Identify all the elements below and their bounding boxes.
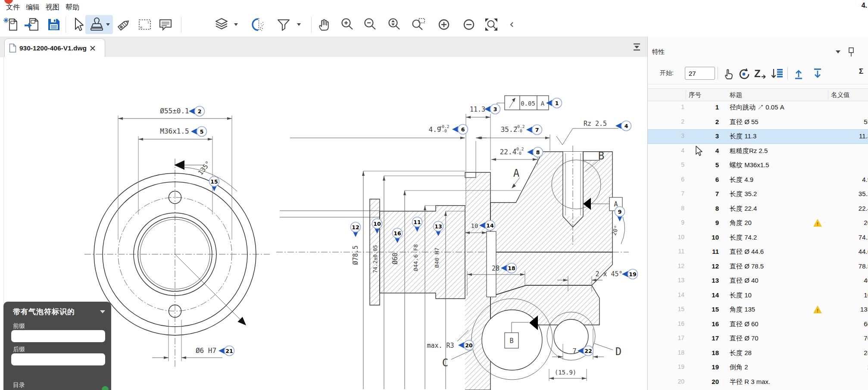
pan-button[interactable] — [315, 15, 334, 34]
col-seq[interactable]: 序号 — [689, 91, 701, 99]
balloon-4[interactable]: 4 — [615, 121, 631, 131]
property-row-13[interactable]: 1313直径 Ø 4040 — [648, 274, 868, 288]
dim-text[interactable]: A — [513, 167, 520, 179]
dim-text[interactable]: A — [541, 100, 545, 107]
zoom-extents-button[interactable] — [482, 15, 501, 34]
balloon-15[interactable]: 15 — [209, 177, 219, 192]
z-order-icon[interactable]: Z — [753, 67, 768, 81]
chevron-down-icon[interactable] — [106, 23, 110, 26]
dim-text[interactable]: (15.9) — [555, 369, 577, 376]
balloon-9[interactable]: 9 — [615, 207, 625, 222]
filter-button[interactable] — [274, 15, 293, 34]
dim-text[interactable]: D — [615, 346, 621, 358]
comment-button[interactable] — [156, 15, 175, 34]
sort-list-icon[interactable] — [770, 67, 784, 81]
zoom-window-button[interactable] — [409, 15, 428, 34]
property-row-17[interactable]: 1717直径 Ø 7070 — [648, 331, 868, 346]
zoom-dynamic-button[interactable] — [385, 15, 404, 34]
collapse-toolbar-button[interactable] — [508, 15, 515, 34]
toggle-indicator[interactable] — [102, 386, 109, 390]
layers-dropdown[interactable] — [233, 15, 239, 34]
menu-edit[interactable]: 编辑 — [26, 3, 40, 12]
open-document-button[interactable] — [23, 15, 42, 34]
dim-text[interactable]: B — [509, 337, 513, 345]
tag-button[interactable] — [115, 15, 134, 34]
dim-text[interactable]: 10 — [471, 222, 478, 229]
property-row-14[interactable]: 1414长度 1010 — [648, 288, 868, 303]
dim-text[interactable]: Ø60 — [391, 253, 399, 264]
balloon-2[interactable]: 2 — [189, 106, 205, 116]
property-row-19[interactable]: 1919倒角 22 — [648, 360, 868, 375]
dim-text[interactable]: max. R3 — [427, 342, 454, 349]
property-row-1[interactable]: 11径向跳动 ↗ 0.05 A — [648, 100, 868, 115]
area-select-button[interactable]: A:1 — [135, 15, 154, 34]
dim-text[interactable]: 11.3 — [470, 106, 485, 113]
tab-list-button[interactable] — [633, 42, 641, 53]
panel-collapse-icon[interactable] — [836, 50, 840, 54]
balloon-stamp-button[interactable] — [85, 15, 113, 34]
mirror-view-button[interactable] — [249, 15, 268, 34]
dim-text[interactable]: 74.2±0.05 — [372, 245, 378, 273]
pin-icon[interactable] — [847, 47, 856, 57]
prefix-input[interactable] — [11, 330, 105, 342]
dim-text[interactable]: 28 — [492, 265, 500, 272]
col-nominal[interactable]: 名义值 — [831, 91, 850, 99]
suffix-input[interactable] — [11, 353, 105, 365]
move-down-icon[interactable] — [812, 67, 824, 81]
dim-text[interactable]: 2 x 45° — [595, 270, 622, 278]
property-row-4[interactable]: 44粗糙度Rz 2.5 — [648, 144, 868, 159]
dim-text[interactable]: 135° — [197, 159, 212, 177]
property-row-10[interactable]: 1010长度 74.274.2 — [648, 231, 868, 245]
menu-help[interactable]: 帮助 — [66, 3, 79, 12]
menu-file[interactable]: 文件 — [6, 3, 20, 12]
col-title[interactable]: 标题 — [730, 91, 742, 99]
dim-text[interactable]: C — [442, 357, 448, 369]
balloon-3[interactable]: 3 — [484, 104, 500, 114]
new-document-button[interactable] — [3, 15, 22, 34]
increase-button[interactable] — [434, 15, 453, 34]
property-row-18[interactable]: 1818长度 2828 — [648, 346, 868, 361]
filter-dropdown[interactable] — [296, 15, 302, 34]
balloon-20[interactable]: 20 — [458, 340, 474, 350]
balloon-12[interactable]: 12 — [351, 222, 361, 237]
menu-view[interactable]: 视图 — [46, 3, 59, 12]
property-row-15[interactable]: 1515角度 135!135 — [648, 303, 868, 317]
balloon-7[interactable]: 7 — [526, 125, 542, 135]
sum-icon[interactable]: Σ — [859, 67, 863, 76]
hand-pick-icon[interactable] — [722, 67, 735, 81]
dim-text[interactable]: 0.05 — [521, 100, 535, 107]
dim-text[interactable]: Ø44.6 F8 — [412, 244, 419, 271]
property-row-20[interactable]: 2020半径 R 3 max. — [648, 375, 868, 390]
dim-text[interactable]: Ø55±0.1 — [160, 107, 189, 115]
start-number-input[interactable] — [685, 67, 715, 80]
property-row-16[interactable]: 1616直径 Ø 6060 — [648, 317, 868, 332]
property-row-8[interactable]: 88长度 22.422.4 — [648, 202, 868, 216]
property-row-2[interactable]: 22直径 Ø 5555 — [648, 115, 868, 130]
move-up-icon[interactable] — [793, 67, 806, 81]
dim-text[interactable]: Rz 2.5 — [584, 120, 607, 128]
balloon-5[interactable]: 5 — [191, 127, 207, 137]
dim-text[interactable]: Ø40 H7 — [434, 248, 440, 268]
zoom-out-button[interactable] — [361, 15, 380, 34]
dim-text[interactable]: B — [598, 150, 604, 162]
dim-text[interactable]: 7 — [572, 347, 576, 355]
collapse-caret-icon[interactable] — [100, 310, 105, 314]
document-tab[interactable]: 930-1200-406-V1.dwg — [4, 38, 105, 57]
dim-text[interactable]: Ø78.5 — [352, 245, 359, 265]
balloon-19[interactable]: 19 — [622, 269, 638, 279]
balloon-21[interactable]: 21 — [219, 346, 234, 356]
balloon-6[interactable]: 6 — [452, 125, 468, 134]
rotate-icon[interactable] — [737, 67, 751, 81]
zoom-in-button[interactable] — [338, 15, 357, 34]
save-button[interactable] — [44, 15, 63, 34]
property-row-9[interactable]: 99角度 20!20 — [648, 216, 868, 231]
property-row-7[interactable]: 77长度 35.235.2 — [648, 187, 868, 202]
dim-text[interactable]: Ø6 H7 — [196, 346, 216, 355]
property-row-12[interactable]: 1212直径 Ø 78.578.5 — [648, 259, 868, 274]
dim-text[interactable]: M36x1.5 — [160, 127, 189, 135]
close-icon[interactable] — [90, 45, 96, 51]
layers-button[interactable] — [212, 15, 231, 34]
property-row-6[interactable]: 66长度 4.94.9 — [648, 173, 868, 187]
balloon-8[interactable]: 8 — [527, 147, 543, 157]
decrease-button[interactable] — [459, 15, 478, 34]
